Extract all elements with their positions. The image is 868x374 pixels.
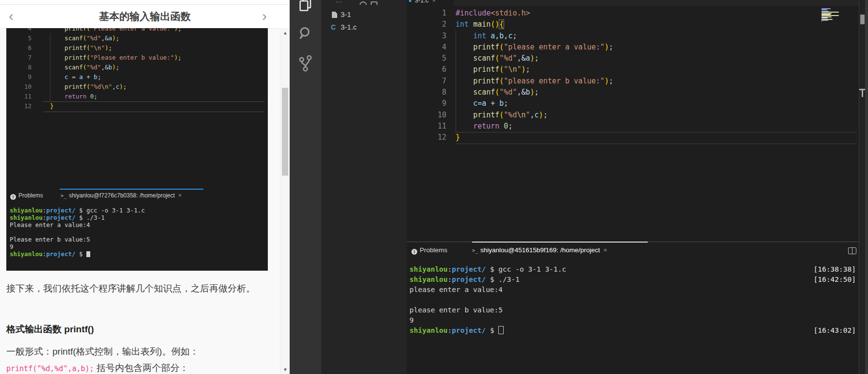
code-text: c=a + b; [456, 98, 508, 109]
terminal-cursor [498, 326, 504, 334]
explorer-header: ... [321, 0, 407, 5]
terminal-line: 9 [10, 243, 266, 250]
code-line: 11 return 0; [6, 92, 268, 101]
doc-top-strip [0, 0, 290, 5]
scrollbar-thumb[interactable] [860, 15, 865, 24]
source-control-icon[interactable] [298, 54, 313, 72]
close-icon[interactable]: × [603, 246, 607, 254]
line-number: 10 [407, 110, 446, 121]
app-window: ‹ 基本的输入输出函数 › 4 printf("Please enter a v… [0, 0, 868, 374]
code-text: } [456, 132, 460, 143]
terminal-line: Please enter a value:4 [10, 221, 266, 228]
tab-label: 3-1.c [415, 0, 429, 4]
code-line: 7 printf("please enter b value:"); [407, 76, 859, 87]
code-line: 12} [6, 101, 268, 111]
terminal-line: shiyanlou:project/ $ [10, 250, 266, 258]
minimap-line [821, 12, 839, 13]
code-line: 10 printf("%d\n",c); [407, 110, 859, 121]
problems-icon: ! [411, 249, 417, 255]
code-text: c = a + b; [50, 72, 101, 82]
code-line: 2int main(){ [407, 19, 859, 30]
files-icon[interactable] [297, 0, 314, 13]
minimap[interactable] [821, 8, 840, 22]
line-number: 12 [6, 101, 32, 111]
code-text: #include<stdio.h> [456, 8, 530, 19]
doc-paragraph-text: 括号内包含两个部分： [94, 363, 189, 373]
line-number: 8 [6, 63, 32, 72]
timestamp: [16:43:02] [814, 325, 856, 336]
page-title: 基本的输入输出函数 [0, 5, 290, 28]
code-text: int a,b,c; [456, 31, 517, 42]
code-line: 4 printf("Please enter a value:"); [6, 28, 268, 33]
chevron-right-icon[interactable]: › [262, 5, 267, 27]
sidebar-item-3-1-c[interactable]: C 3-1.c [321, 21, 407, 33]
line-number: 7 [407, 76, 446, 87]
doc-paragraph: 一般形式：printf(格式控制，输出表列)。例如： [6, 345, 271, 358]
active-tab-border [472, 242, 648, 243]
scroll-down-icon[interactable]: ▼ [280, 367, 290, 372]
sidebar-item-3-1[interactable]: 3-1 [321, 9, 407, 20]
code-line: 3 int a,b,c; [407, 31, 859, 42]
problems-tab[interactable]: !Problems [411, 246, 447, 255]
close-icon[interactable]: × [432, 0, 436, 4]
editor-tab-3-1-c[interactable]: ●3-1.c× [407, 0, 454, 6]
window-scrollbar[interactable] [865, 0, 868, 374]
problems-tab: !Problems [10, 192, 43, 200]
doc-embedded-screenshot: 4 printf("Please enter a value:");5 scan… [6, 28, 268, 271]
terminal-icon: >_ [472, 248, 478, 253]
doc-header: ‹ 基本的输入输出函数 › [0, 5, 290, 29]
code-line: 6 printf("\n"); [6, 43, 268, 53]
doc-scrollbar[interactable]: ▲ ▼ [280, 28, 290, 374]
code-line: 4 printf("please enter a value:"); [407, 42, 859, 53]
code-text: scanf("%d",&b); [456, 87, 539, 98]
modified-dot-icon: ● [409, 0, 412, 3]
terminal-tab[interactable]: >_shiyanlou@451615b9f169: /home/project× [472, 246, 607, 254]
code-line: 6 printf("\n"); [407, 64, 859, 75]
terminal-output[interactable]: shiyanlou:project/ $ gcc -o 3-1 3-1.c[16… [409, 264, 856, 336]
timestamp: [16:38:38] [814, 264, 856, 275]
code-line: 9 c = a + b; [6, 72, 268, 82]
code-text: printf("Please enter b value:"); [50, 53, 181, 63]
line-number: 9 [6, 72, 32, 82]
code-line: 5 scanf("%d",&a); [407, 53, 859, 64]
terminal-line: shiyanlou:project/ $ gcc -o 3-1 3-1.c [10, 207, 266, 214]
doc-paragraph: printf("%d,%d",a,b); 括号内包含两个部分： [6, 362, 278, 374]
refresh-icon[interactable] [360, 1, 367, 5]
terminal-line [10, 228, 266, 236]
line-number: 4 [6, 28, 32, 33]
tab-label: shiyanlou@451615b9f169: /home/project [480, 246, 600, 254]
doc-panel: ‹ 基本的输入输出函数 › 4 printf("Please enter a v… [0, 0, 290, 374]
editor-scrollbar[interactable] [859, 0, 866, 374]
terminal-line: please enter a value:4 [409, 285, 856, 295]
line-number: 5 [6, 33, 32, 43]
explorer-sidebar: ... 3-1 C 3-1.c [321, 0, 407, 374]
terminal-line: shiyanlou:project/ $ gcc -o 3-1 3-1.c[16… [409, 264, 856, 275]
terminal-panel: !Problems >_shiyanlou@451615b9f169: /hom… [407, 242, 859, 374]
scroll-up-icon[interactable]: ▲ [280, 31, 290, 35]
problems-icon: ! [10, 194, 16, 200]
code-text: } [50, 101, 54, 111]
code-text: int main(){ [456, 19, 504, 30]
line-number: 3 [407, 31, 446, 42]
code-text: printf("please enter a value:"); [456, 42, 613, 53]
line-number: 11 [407, 121, 446, 132]
editor-code-block[interactable]: 1#include<stdio.h>2int main(){3 int a,b,… [407, 8, 859, 144]
file-label: 3-1.c [341, 21, 357, 33]
line-number: 11 [6, 92, 32, 101]
scrollbar-thumb[interactable] [282, 88, 288, 176]
search-icon[interactable] [297, 25, 313, 41]
editor-tab-strip: ●3-1.c× [407, 0, 859, 6]
split-panel-icon[interactable] [848, 247, 856, 254]
file-icon [332, 12, 337, 18]
code-line: 8 scanf("%d",&b); [6, 63, 268, 72]
collapse-icon[interactable] [371, 1, 377, 5]
terminal-icon: >_ [61, 193, 66, 198]
line-number: 4 [407, 42, 446, 53]
doc-heading-bold: 格式输出函数 [6, 324, 62, 334]
line-number: 12 [407, 132, 446, 143]
tab-label: Problems [420, 246, 447, 254]
doc-terminal-output: shiyanlou:project/ $ gcc -o 3-1 3-1.cshi… [10, 207, 266, 258]
code-editor[interactable]: ●3-1.c× 1#include<stdio.h>2int main(){3 … [407, 0, 859, 242]
line-number: 9 [407, 98, 446, 109]
code-text: printf("Please enter a value:"); [50, 28, 181, 33]
